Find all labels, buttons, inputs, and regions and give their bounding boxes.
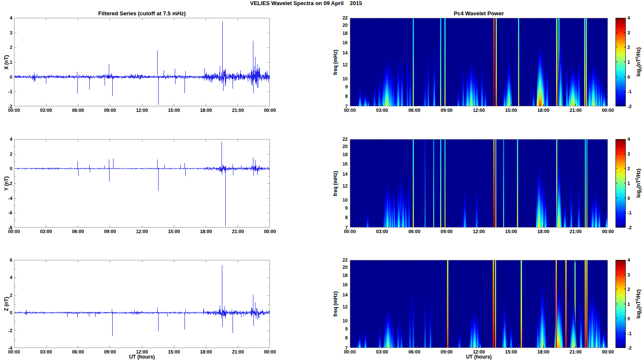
x-tick-label: 12:00 [133, 349, 151, 355]
colorbar-unit-label-part: (nT [635, 301, 641, 309]
x-tick-label: 09:00 [101, 349, 119, 355]
x-tick-label: 15:00 [165, 108, 183, 113]
x-tick-label: 12:00 [470, 108, 488, 113]
colorbar-tick-label: -2 [627, 345, 638, 351]
freq-tick-label: 9 [334, 205, 348, 211]
y-tick-label: 4 [0, 15, 12, 21]
freq-tick-label: 18 [334, 31, 348, 36]
x-tick-label: 00:00 [340, 229, 359, 234]
x-tick-label: 12:00 [133, 229, 151, 234]
colorbar-tick-label: -1 [627, 89, 638, 94]
x-tick-label: 15:00 [165, 229, 183, 234]
colorbar-tick-label: -2 [627, 104, 638, 109]
x-tick-label: 18:00 [197, 108, 216, 113]
freq-tick-label: 12 [334, 62, 348, 68]
freq-tick-label: 14 [334, 292, 348, 298]
colorbar-unit-label: log2(nT2/Hz) [634, 276, 640, 331]
colorbar-unit-label-part: 2 [635, 57, 639, 59]
x-tick-label: 00:00 [5, 108, 23, 113]
freq-tick-label: 8 [334, 215, 348, 220]
freq-tick-label: 18 [334, 273, 348, 278]
y-tick-label: 2 [0, 45, 12, 50]
freq-tick-label: 10 [334, 76, 348, 82]
freq-tick-label: 10 [334, 197, 348, 203]
freq-tick-label: 10 [334, 318, 348, 324]
colorbar-3 [616, 260, 626, 348]
colorbar-unit-label-part: 2 [638, 67, 642, 69]
colorbar-unit-label-part: 2 [638, 308, 642, 311]
x-tick-label: 03:00 [373, 108, 392, 113]
y-tick-label: 4 [0, 137, 12, 142]
freq-tick-label: 18 [334, 152, 348, 157]
x-tick-label: 15:00 [502, 229, 520, 234]
y-tick-label: -2 [0, 328, 12, 333]
x-tick-label: 18:00 [534, 108, 553, 113]
colorbar-unit-label-part: log [635, 69, 641, 77]
freq-tick-label: 9 [334, 326, 348, 332]
left-x-axis-label: UT (hours) [14, 354, 270, 360]
colorbar-unit-label-part: /Hz) [635, 289, 641, 299]
x-tick-label: 15:00 [502, 108, 520, 113]
colorbar-tick-label: 4 [627, 15, 638, 21]
y-tick-label: 4 [0, 275, 12, 280]
x-tick-label: 00:00 [599, 229, 617, 234]
y-tick-label: 6 [0, 257, 12, 263]
x-tick-label: 09:00 [437, 229, 456, 234]
colorbar-unit-label-part: log [635, 311, 641, 318]
freq-tick-label: 8 [334, 335, 348, 341]
colorbar-unit-label-part: /Hz) [635, 168, 641, 178]
freq-tick-label: 20 [334, 265, 348, 270]
x-tick-label: 15:00 [502, 349, 520, 355]
colorbar-tick-label: -1 [627, 210, 638, 216]
freq-tick-label: 20 [334, 144, 348, 149]
x-tick-label: 06:00 [69, 229, 88, 234]
right-column-title: Pc4 Wavelet Power [350, 10, 608, 17]
x-tick-label: 00:00 [340, 349, 359, 355]
x-tick-label: 03:00 [37, 349, 55, 355]
y-tick-label: -6 [0, 210, 12, 216]
colorbar-2 [616, 139, 626, 228]
colorbar-unit-label-part: (nT [635, 59, 641, 67]
colorbar-tick-label: 4 [627, 257, 638, 263]
freq-tick-label: 9 [334, 84, 348, 90]
colorbar-unit-label-part: log [635, 190, 641, 198]
x-tick-label: 18:00 [197, 349, 216, 355]
y-tick-label: 3 [0, 30, 12, 36]
colorbar-unit-label-part: 2 [638, 188, 642, 190]
x-tick-label: 00:00 [5, 229, 23, 234]
figure: VELIES Wavelet Spectra on 09 April 2015 … [0, 0, 644, 362]
x-tick-label: 18:00 [197, 229, 216, 234]
y-tick-label: 2 [0, 151, 12, 157]
freq-tick-label: 20 [334, 23, 348, 28]
x-tick-label: 06:00 [405, 108, 424, 113]
x-tick-label: 00:00 [261, 108, 279, 113]
z-wavelet-spectrogram [350, 260, 608, 348]
x-tick-label: 21:00 [229, 349, 247, 355]
x-tick-label: 06:00 [69, 349, 88, 355]
colorbar-unit-label: log2(nT2/Hz) [634, 34, 640, 90]
y-tick-label: 0 [0, 74, 12, 80]
x-tick-label: 09:00 [101, 229, 119, 234]
x-tick-label: 06:00 [69, 108, 88, 113]
figure-title: VELIES Wavelet Spectra on 09 April 2015 [0, 0, 612, 6]
colorbar-unit-label-part: /Hz) [635, 47, 641, 57]
x-tick-label: 03:00 [373, 349, 392, 355]
x-tick-label: 21:00 [566, 229, 585, 234]
freq-tick-label: 16 [334, 161, 348, 167]
freq-tick-label: 8 [334, 94, 348, 99]
freq-tick-label: 22 [334, 15, 348, 21]
x-tick-label: 03:00 [373, 229, 392, 234]
x-tick-label: 09:00 [437, 108, 456, 113]
x-tick-label: 06:00 [405, 229, 424, 234]
freq-tick-label: 22 [334, 137, 348, 142]
colorbar-tick-label: -2 [627, 225, 638, 231]
freq-tick-label: 14 [334, 171, 348, 177]
x-tick-label: 21:00 [229, 108, 247, 113]
colorbar-tick-label: 4 [627, 137, 638, 142]
freq-tick-label: 12 [334, 304, 348, 310]
x-tick-label: 15:00 [165, 349, 183, 355]
colorbar-unit-label-part: (nT [635, 180, 641, 188]
freq-tick-label: 22 [334, 257, 348, 263]
z-series-ylabel: Z (nT) [3, 276, 10, 332]
freq-tick-label: 16 [334, 282, 348, 288]
